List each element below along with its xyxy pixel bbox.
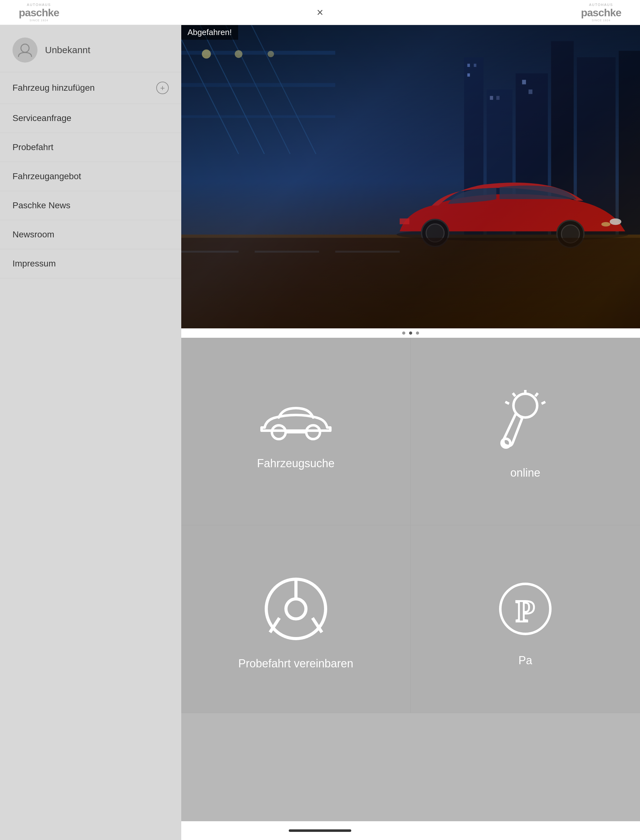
- cell-label-online: online: [510, 466, 540, 479]
- logo-autohaus-text-left: AUTOHAUS: [27, 3, 51, 6]
- svg-rect-9: [181, 115, 335, 118]
- logo-right: AUTOHAUS paschke SINCE 1924: [581, 3, 621, 22]
- svg-rect-21: [467, 74, 470, 77]
- svg-rect-25: [528, 90, 532, 94]
- steering-wheel-icon-container: [262, 574, 330, 644]
- svg-point-12: [267, 51, 274, 57]
- svg-rect-36: [255, 251, 319, 253]
- banner-label: Abgefahren!: [181, 25, 238, 40]
- dot-1: [402, 332, 405, 335]
- close-icon: ×: [317, 6, 323, 19]
- wrench-icon: [494, 390, 557, 452]
- sidebar-item-label: Fahrzeugangebot: [13, 172, 81, 181]
- logo-brand-right: paschke: [581, 6, 621, 19]
- cell-label-probefahrt-vereinbaren: Probefahrt vereinbaren: [238, 657, 353, 670]
- svg-rect-18: [619, 51, 640, 234]
- icon-grid: Fahrzeugsuche online Probefahrt vereinba…: [181, 338, 640, 713]
- svg-rect-20: [474, 64, 476, 67]
- icon-cell-fahrzeugsuche[interactable]: Fahrzeugsuche: [181, 338, 411, 526]
- svg-rect-29: [400, 219, 410, 224]
- logo-autohaus-text-right: AUTOHAUS: [589, 3, 613, 6]
- svg-rect-34: [181, 238, 640, 338]
- svg-point-10: [202, 50, 211, 58]
- svg-rect-8: [181, 83, 335, 87]
- sidebar: Unbekannt Fahrzeug hinzufügen+Serviceanf…: [0, 25, 181, 840]
- svg-rect-23: [496, 96, 499, 100]
- user-name-label: Unbekannt: [45, 45, 90, 55]
- sidebar-item-label: Paschke News: [13, 200, 70, 210]
- close-button[interactable]: ×: [317, 6, 323, 19]
- svg-line-44: [535, 393, 538, 396]
- sidebar-menu: Fahrzeug hinzufügen+ServiceanfrageProbef…: [0, 72, 181, 278]
- main-content: Abgefahren!: [181, 25, 640, 840]
- svg-point-38: [272, 425, 286, 439]
- svg-rect-24: [522, 80, 526, 84]
- avatar: [13, 37, 37, 63]
- svg-line-46: [513, 393, 515, 396]
- sidebar-item-fahrzeugangebot[interactable]: Fahrzeugangebot: [0, 162, 181, 191]
- sidebar-item-serviceanfrage[interactable]: Serviceanfrage: [0, 104, 181, 133]
- news-icon-container: P: [494, 578, 557, 641]
- icon-cell-online[interactable]: online: [411, 338, 640, 526]
- icon-cell-pa[interactable]: P Pa: [411, 526, 640, 713]
- logo-since-left: SINCE 1924: [30, 19, 48, 22]
- dot-2: [409, 332, 412, 335]
- home-indicator: [289, 829, 351, 832]
- sidebar-item-label: Serviceanfrage: [13, 113, 71, 123]
- svg-rect-22: [490, 96, 493, 100]
- logo-left: AUTOHAUS paschke SINCE 1924: [19, 3, 59, 22]
- logo-brand-left: paschke: [19, 6, 59, 19]
- add-icon: +: [156, 82, 169, 94]
- svg-point-11: [235, 50, 243, 58]
- svg-point-39: [306, 425, 320, 439]
- banner-image: [181, 25, 640, 338]
- svg-rect-35: [181, 251, 238, 253]
- steering-wheel-icon: [262, 574, 330, 643]
- logo-since-right: SINCE 1924: [592, 19, 610, 22]
- sidebar-item-newsroom[interactable]: Newsroom: [0, 220, 181, 249]
- car-icon: [255, 399, 336, 443]
- sidebar-item-paschke-news[interactable]: Paschke News: [0, 191, 181, 220]
- app-header: AUTOHAUS paschke SINCE 1924 × AUTOHAUS p…: [0, 0, 640, 25]
- scene-svg: [181, 25, 640, 338]
- car-icon-container: [255, 399, 336, 444]
- cell-label-fahrzeugsuche: Fahrzeugsuche: [257, 457, 334, 470]
- sidebar-item-probefahrt[interactable]: Probefahrt: [0, 133, 181, 162]
- sidebar-item-label: Impressum: [13, 259, 56, 269]
- cell-label-pa: Pa: [518, 654, 532, 667]
- svg-point-49: [286, 599, 306, 619]
- sidebar-item-label: Newsroom: [13, 229, 54, 240]
- sidebar-item-label: Probefahrt: [13, 142, 53, 152]
- svg-point-28: [601, 222, 610, 226]
- svg-text:P: P: [516, 593, 535, 628]
- icon-cell-probefahrt-vereinbaren[interactable]: Probefahrt vereinbaren: [181, 526, 411, 713]
- svg-line-47: [505, 402, 509, 404]
- sidebar-item-label: Fahrzeug hinzufügen: [13, 83, 95, 93]
- news-icon: P: [494, 578, 557, 640]
- svg-rect-19: [467, 64, 470, 67]
- banner-dots: [181, 329, 640, 338]
- dot-3: [416, 332, 419, 335]
- sidebar-user-section: Unbekannt: [0, 25, 181, 72]
- wrench-icon-container: [494, 390, 557, 454]
- svg-line-45: [542, 402, 545, 404]
- svg-point-27: [610, 219, 621, 225]
- banner-section[interactable]: Abgefahren!: [181, 25, 640, 338]
- avatar-icon: [17, 42, 33, 58]
- svg-point-0: [21, 44, 29, 52]
- sidebar-item-fahrzeug-hinzufuegen[interactable]: Fahrzeug hinzufügen+: [0, 72, 181, 104]
- svg-rect-37: [335, 251, 400, 253]
- sidebar-item-impressum[interactable]: Impressum: [0, 249, 181, 278]
